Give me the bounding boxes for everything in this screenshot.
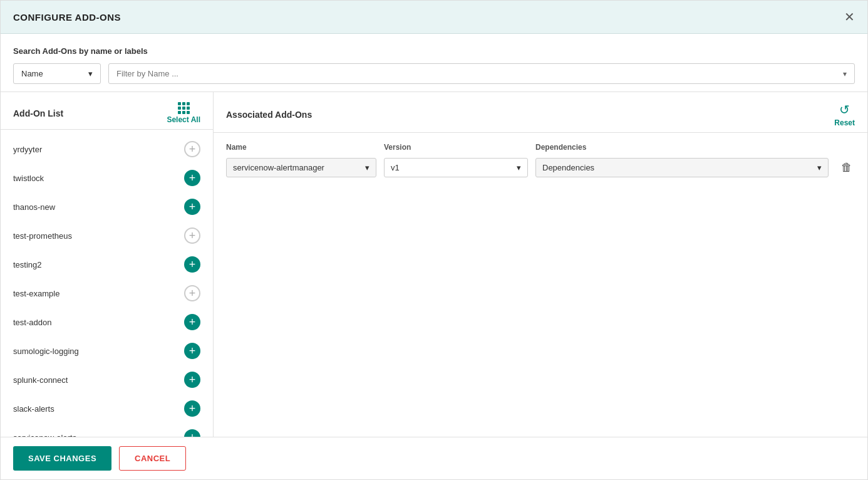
col-name-header: Name [226,143,376,152]
right-panel: Associated Add-Ons ↺ Reset Name Version … [214,92,867,437]
list-item[interactable]: yrdyyter+ [1,135,213,164]
version-value: v1 [391,163,400,172]
add-addon-button[interactable]: + [184,429,200,437]
modal-header: CONFIGURE ADD-ONS ✕ [1,1,867,34]
search-row: Name ▾ ▾ [13,63,855,84]
associated-name-value: servicenow-alertmanager [233,163,324,172]
deps-chevron-icon: ▾ [817,163,822,172]
list-item[interactable]: thanos-new+ [1,192,213,221]
addon-name: twistlock [13,174,44,183]
chevron-down-icon: ▾ [88,69,93,78]
col-deps-header: Dependencies [535,143,855,152]
addon-list-divider [1,129,213,130]
list-item[interactable]: servicenow-alerts+ [1,423,213,437]
name-dropdown[interactable]: Name ▾ [13,63,101,84]
dependencies-select[interactable]: Dependencies ▾ [535,158,829,177]
delete-row-icon[interactable]: 🗑 [839,159,855,177]
modal-title: CONFIGURE ADD-ONS [13,12,121,23]
list-item[interactable]: sumologic-logging+ [1,337,213,365]
select-all-label: Select All [167,115,200,124]
left-panel-header: Add-On List Select All [1,92,213,129]
associated-row-header: Name Version Dependencies [226,143,855,152]
modal-body: Add-On List Select All yrdyyter+twistloc… [1,92,867,437]
add-addon-button[interactable]: + [184,256,200,273]
add-addon-button[interactable]: + [184,343,200,359]
addon-name: thanos-new [13,202,55,212]
addon-name: test-example [13,289,59,298]
reset-icon: ↺ [839,102,850,117]
search-label: Search Add-Ons by name or labels [13,46,855,56]
addon-name: yrdyyter [13,145,42,154]
list-item[interactable]: test-addon+ [1,308,213,337]
list-item[interactable]: testing2+ [1,250,213,279]
addon-name: sumologic-logging [13,347,79,356]
filter-input[interactable] [116,69,843,78]
addon-name: test-prometheus [13,231,72,241]
add-addon-button[interactable]: + [184,314,200,330]
chevron-down-icon: ▾ [365,163,369,172]
save-changes-button[interactable]: SAVE CHANGES [13,446,111,471]
addon-list: yrdyyter+twistlock+thanos-new+test-prome… [1,132,213,437]
addon-name: slack-alerts [13,404,54,414]
associated-addons-label: Associated Add-Ons [226,110,312,120]
add-addon-button[interactable]: + [184,400,200,417]
col-version-header: Version [384,143,528,152]
select-all-grid-icon [178,102,190,114]
associated-name-select[interactable]: servicenow-alertmanager ▾ [226,158,376,177]
name-dropdown-value: Name [21,69,43,78]
add-addon-button[interactable]: + [184,170,200,186]
list-item[interactable]: test-prometheus+ [1,221,213,250]
configure-addons-modal: CONFIGURE ADD-ONS ✕ Search Add-Ons by na… [0,0,868,480]
reset-label: Reset [834,118,855,127]
add-addon-button[interactable]: + [184,227,200,244]
list-item[interactable]: splunk-connect+ [1,365,213,394]
addon-list-label: Add-On List [13,108,63,118]
filter-chevron-icon: ▾ [843,70,847,78]
associated-row: servicenow-alertmanager ▾ v1 ▾ Dependenc… [226,158,855,177]
add-addon-button[interactable]: + [184,199,200,215]
addon-name: testing2 [13,260,42,269]
select-all-button[interactable]: Select All [167,102,200,124]
modal-footer: SAVE CHANGES CANCEL [1,437,867,479]
left-panel: Add-On List Select All yrdyyter+twistloc… [1,92,214,437]
add-addon-button[interactable]: + [184,372,200,388]
dependencies-value: Dependencies [542,163,594,172]
add-addon-button[interactable]: + [184,285,200,301]
version-chevron-icon: ▾ [517,163,521,172]
list-item[interactable]: twistlock+ [1,164,213,192]
reset-button[interactable]: ↺ Reset [834,102,855,127]
right-panel-body: Name Version Dependencies servicenow-ale… [214,133,867,437]
version-select[interactable]: v1 ▾ [384,158,528,177]
list-item[interactable]: test-example+ [1,279,213,308]
associated-rows: servicenow-alertmanager ▾ v1 ▾ Dependenc… [226,158,855,177]
right-panel-header: Associated Add-Ons ↺ Reset [214,92,867,132]
addon-name: test-addon [13,318,51,327]
addon-name: splunk-connect [13,375,68,385]
add-addon-button[interactable]: + [184,141,200,157]
list-item[interactable]: slack-alerts+ [1,394,213,423]
filter-input-wrapper: ▾ [108,63,855,84]
search-section: Search Add-Ons by name or labels Name ▾ … [1,34,867,92]
close-icon[interactable]: ✕ [844,11,855,23]
cancel-button[interactable]: CANCEL [119,446,186,471]
